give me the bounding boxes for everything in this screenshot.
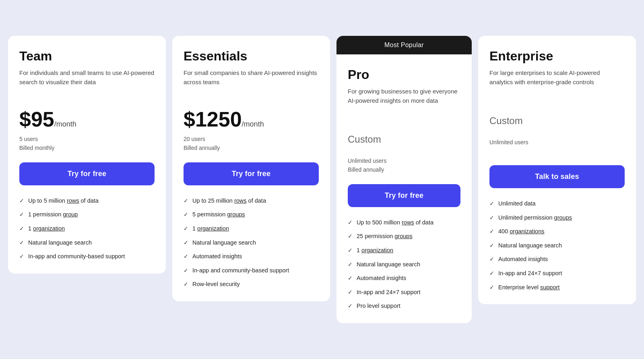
feature-item: ✓ Enterprise level support <box>489 283 625 292</box>
popular-plan-wrapper: Most Popular Pro For growing businesses … <box>336 36 472 323</box>
check-icon: ✓ <box>348 247 353 255</box>
check-icon: ✓ <box>348 302 353 310</box>
plan-card-enterprise: Enterprise For large enterprises to scal… <box>478 36 636 304</box>
check-icon: ✓ <box>348 219 353 227</box>
feature-text: In-app and 24×7 support <box>357 288 420 296</box>
feature-text: In-app and community-based support <box>28 252 125 260</box>
feature-item: ✓ 1 permission group <box>19 210 155 219</box>
plan-name-team: Team <box>19 49 155 64</box>
feature-item: ✓ 400 organizations <box>489 227 625 236</box>
feature-link[interactable]: group <box>63 211 78 218</box>
feature-link[interactable]: rows <box>67 197 79 204</box>
plan-card-essentials: Essentials For small companies to share … <box>172 36 330 301</box>
features-list-enterprise: ✓ Unlimited data ✓ Unlimited permission … <box>489 199 625 291</box>
feature-item: ✓ Up to 500 million rows of data <box>348 218 460 227</box>
feature-text: Automated insights <box>192 252 242 260</box>
plan-name-enterprise: Enterprise <box>489 49 625 64</box>
feature-text: Enterprise level support <box>498 283 559 291</box>
feature-item: ✓ 25 permission groups <box>348 232 460 241</box>
feature-item: ✓ Natural language search <box>184 239 319 247</box>
plan-card-pro: Pro For growing businesses to give every… <box>336 54 472 323</box>
check-icon: ✓ <box>489 214 494 222</box>
feature-item: ✓ In-app and community-based support <box>19 252 155 261</box>
feature-item: ✓ 5 permission groups <box>184 210 319 219</box>
feature-link[interactable]: organizations <box>510 228 544 234</box>
feature-link[interactable]: rows <box>234 197 247 204</box>
plan-price-essentials: $1250/month <box>184 109 319 130</box>
feature-item: ✓ Automated insights <box>184 252 319 261</box>
feature-item: ✓ Row-level security <box>184 280 319 288</box>
feature-text: Row-level security <box>192 280 240 288</box>
feature-text: 1 organization <box>192 224 229 232</box>
plan-description-enterprise: For large enterprises to scale AI-powere… <box>489 68 625 98</box>
feature-item: ✓ Up to 25 million rows of data <box>184 197 319 205</box>
plan-price-team: $95/month <box>19 109 155 130</box>
feature-text: In-app and 24×7 support <box>498 269 562 277</box>
check-icon: ✓ <box>184 197 188 205</box>
feature-item: ✓ Natural language search <box>489 241 625 250</box>
plan-billing-essentials: 20 usersBilled annually <box>184 135 319 153</box>
feature-text: Natural language search <box>192 239 256 247</box>
feature-text: 400 organizations <box>498 227 544 235</box>
feature-text: 1 organization <box>357 246 393 254</box>
feature-text: Automated insights <box>498 255 548 263</box>
feature-item: ✓ 1 organization <box>184 224 319 233</box>
check-icon: ✓ <box>184 253 188 261</box>
feature-text: In-app and community-based support <box>192 266 289 274</box>
feature-link[interactable]: groups <box>554 214 572 221</box>
feature-link[interactable]: groups <box>394 233 412 239</box>
check-icon: ✓ <box>489 200 494 208</box>
check-icon: ✓ <box>489 255 494 264</box>
feature-item: ✓ Natural language search <box>348 260 460 269</box>
plan-description-team: For individuals and small teams to use A… <box>19 68 155 98</box>
check-icon: ✓ <box>19 211 24 219</box>
feature-link[interactable]: rows <box>402 219 414 226</box>
feature-link[interactable]: organization <box>197 225 229 232</box>
check-icon: ✓ <box>184 239 188 247</box>
check-icon: ✓ <box>348 261 353 269</box>
feature-link[interactable]: organization <box>33 225 65 232</box>
feature-text: 1 permission group <box>28 210 78 218</box>
feature-item: ✓ In-app and 24×7 support <box>489 269 625 278</box>
feature-text: Automated insights <box>357 274 406 282</box>
cta-button-enterprise[interactable]: Talk to sales <box>489 165 625 188</box>
feature-text: Pro level support <box>357 302 400 310</box>
feature-item: ✓ Up to 5 million rows of data <box>19 197 155 205</box>
check-icon: ✓ <box>489 242 494 250</box>
check-icon: ✓ <box>184 225 188 233</box>
feature-item: ✓ Pro level support <box>348 302 460 310</box>
feature-link[interactable]: groups <box>227 211 245 218</box>
feature-text: 5 permission groups <box>192 210 245 218</box>
feature-item: ✓ 1 organization <box>19 224 155 233</box>
feature-text: Up to 500 million rows of data <box>357 218 433 226</box>
plan-price-enterprise: Custom <box>489 109 625 133</box>
check-icon: ✓ <box>184 280 188 288</box>
feature-link[interactable]: support <box>540 284 559 291</box>
plan-price-pro: Custom <box>348 127 460 151</box>
pricing-container: Team For individuals and small teams to … <box>8 36 636 323</box>
plan-card-team: Team For individuals and small teams to … <box>8 36 166 274</box>
feature-text: 25 permission groups <box>357 232 413 240</box>
feature-link[interactable]: organization <box>361 247 393 253</box>
check-icon: ✓ <box>184 267 188 275</box>
check-icon: ✓ <box>19 197 24 205</box>
plan-billing-team: 5 usersBilled monthly <box>19 135 155 153</box>
popular-badge: Most Popular <box>336 36 472 54</box>
plan-description-essentials: For small companies to share AI-powered … <box>184 68 319 98</box>
feature-text: Up to 25 million rows of data <box>192 197 266 205</box>
check-icon: ✓ <box>19 253 24 261</box>
feature-item: ✓ Automated insights <box>489 255 625 264</box>
check-icon: ✓ <box>184 211 188 219</box>
feature-text: 1 organization <box>28 224 65 232</box>
plan-description-pro: For growing businesses to give everyone … <box>348 87 460 116</box>
feature-item: ✓ Automated insights <box>348 274 460 282</box>
cta-button-team[interactable]: Try for free <box>19 162 155 185</box>
cta-button-essentials[interactable]: Try for free <box>184 162 319 185</box>
feature-item: ✓ In-app and community-based support <box>184 266 319 275</box>
feature-item: ✓ 1 organization <box>348 246 460 255</box>
cta-button-pro[interactable]: Try for free <box>348 184 460 207</box>
feature-item: ✓ Unlimited data <box>489 199 625 208</box>
check-icon: ✓ <box>489 228 494 236</box>
feature-item: ✓ Natural language search <box>19 239 155 247</box>
plan-name-essentials: Essentials <box>184 49 319 64</box>
